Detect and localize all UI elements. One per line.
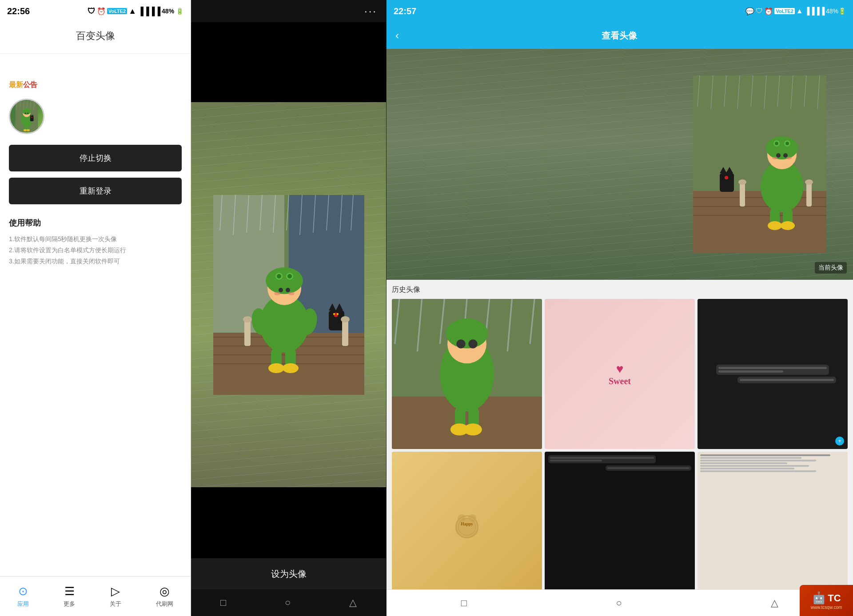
svg-point-115 <box>446 318 488 349</box>
svg-point-90 <box>772 157 777 159</box>
history-thumb-2[interactable]: ♥ Sweet <box>545 299 695 449</box>
alarm-icon-3: ⏰ <box>764 7 773 16</box>
current-avatar-label: 当前头像 <box>815 262 847 274</box>
rain-scene-3 <box>387 49 853 280</box>
bottom-nav-1: ⊙ 应用 ☰ 更多 ▷ 关于 ◎ 代刷网 <box>0 576 191 616</box>
current-avatar-section: 当前头像 <box>387 49 853 280</box>
panel-main-app: 22:56 🛡 ⏰ VoLTE2 ▲ ▐▐▐▐ 48% 🔋 百变头像 最新公告 <box>0 0 191 616</box>
status-icons-1: 🛡 ⏰ VoLTE2 ▲ ▐▐▐▐ 48% 🔋 <box>88 7 183 16</box>
thumb5-content: + <box>545 452 695 589</box>
svg-point-41 <box>266 267 303 294</box>
svg-point-60 <box>333 313 335 315</box>
avatar[interactable] <box>9 99 44 134</box>
wechat-icon-3: 💬 <box>745 7 754 16</box>
help-item-2: 2.请将软件设置为白名单模式方便长期运行 <box>9 245 182 256</box>
svg-point-46 <box>279 288 283 292</box>
history-thumb-1[interactable] <box>392 299 542 449</box>
wifi-icon-3: ▲ <box>796 7 803 15</box>
history-section: 历史头像 <box>387 280 853 589</box>
signal-icon-3: ▐▐▐▐ <box>805 7 825 15</box>
svg-point-14 <box>24 129 27 131</box>
main-content-1: 最新公告 <box>0 54 191 576</box>
panel-image-viewer: ··· <box>191 0 387 616</box>
svg-point-10 <box>25 112 26 114</box>
notice-text: 最新 <box>9 81 23 88</box>
svg-point-45 <box>287 274 292 278</box>
time-1: 22:56 <box>7 6 30 16</box>
svg-point-94 <box>768 221 782 230</box>
nav-item-more[interactable]: ☰ 更多 <box>64 584 75 608</box>
app-title: 百变头像 <box>0 22 191 54</box>
svg-point-47 <box>286 288 290 292</box>
battery-label-3: 48% <box>826 8 838 15</box>
history-thumb-3[interactable]: + <box>698 299 848 449</box>
app-icon: ⊙ <box>18 584 28 598</box>
set-avatar-button[interactable]: 设为头像 <box>271 568 307 580</box>
thumb3-content: + <box>698 299 848 449</box>
daishuwang-icon: ◎ <box>159 584 170 598</box>
nav-item-app[interactable]: ⊙ 应用 <box>17 584 29 608</box>
nav-item-daishuwang[interactable]: ◎ 代刷网 <box>156 584 173 608</box>
svg-rect-100 <box>740 182 745 207</box>
notice-red: 公告 <box>23 81 37 88</box>
help-title: 使用帮助 <box>9 218 182 228</box>
main-scene-svg <box>213 195 364 395</box>
p3-nav-circle[interactable]: ○ <box>616 597 622 609</box>
svg-rect-102 <box>806 182 812 207</box>
more-label: 更多 <box>64 600 75 608</box>
tc-sub: www.tcsqw.com <box>811 605 842 610</box>
svg-point-48 <box>274 292 280 295</box>
thumb1-svg <box>392 299 542 449</box>
panel-profile-viewer: 22:57 💬 🛡 ⏰ VoLTE2 ▲ ▐▐▐▐ 48%🔋 ‹ 查看头像 <box>387 0 853 616</box>
svg-point-88 <box>776 153 781 158</box>
history-thumb-4[interactable]: Happy <box>392 452 542 589</box>
p2-nav-square[interactable]: □ <box>220 597 226 608</box>
p3-nav-triangle[interactable]: △ <box>771 597 778 609</box>
svg-point-86 <box>775 142 778 145</box>
dots-menu[interactable]: ··· <box>364 5 377 17</box>
help-text: 1.软件默认每间隔5秒随机更换一次头像 2.请将软件设置为白名单模式方便长期运行… <box>9 234 182 267</box>
status-bar-1: 22:56 🛡 ⏰ VoLTE2 ▲ ▐▐▐▐ 48% 🔋 <box>0 0 191 22</box>
image-main <box>191 102 386 487</box>
signal-icon: ▐▐▐▐ <box>138 7 160 16</box>
nav-item-about[interactable]: ▷ 关于 <box>110 584 121 608</box>
svg-point-19 <box>32 117 32 118</box>
avatar-svg <box>11 101 42 132</box>
shield-icon-3: 🛡 <box>756 7 763 15</box>
panel2-bottom-nav: □ ○ △ <box>191 589 386 616</box>
tc-watermark: 🤖 TC www.tcsqw.com <box>800 585 853 616</box>
battery-3: 48%🔋 <box>826 8 846 15</box>
stop-switch-button[interactable]: 停止切换 <box>9 145 182 171</box>
tc-text: TC <box>828 592 841 604</box>
p2-nav-triangle[interactable]: △ <box>349 597 357 608</box>
profile-header: ‹ 查看头像 <box>387 22 853 49</box>
p2-nav-circle[interactable]: ○ <box>285 597 291 608</box>
happy-content: Happy <box>451 511 482 542</box>
daishuwang-label: 代刷网 <box>156 600 173 608</box>
battery-label-1: 48% <box>162 8 174 15</box>
svg-point-91 <box>786 157 792 159</box>
history-thumb-6[interactable] <box>698 452 848 589</box>
svg-point-65 <box>341 316 350 322</box>
set-avatar-bar[interactable]: 设为头像 <box>191 558 386 589</box>
svg-point-54 <box>268 363 284 373</box>
time-3: 22:57 <box>394 6 416 16</box>
svg-rect-62 <box>244 319 251 346</box>
alarm-icon: ⏰ <box>97 7 106 16</box>
svg-point-44 <box>277 274 281 278</box>
svg-point-89 <box>783 153 788 158</box>
svg-point-127 <box>458 518 476 536</box>
status-bar-3: 22:57 💬 🛡 ⏰ VoLTE2 ▲ ▐▐▐▐ 48%🔋 <box>387 0 853 22</box>
more-icon: ☰ <box>64 584 75 598</box>
sweet-text: ♥ <box>616 362 624 376</box>
relogin-button[interactable]: 重新登录 <box>9 178 182 204</box>
back-button[interactable]: ‹ <box>395 29 399 42</box>
help-item-1: 1.软件默认每间隔5秒随机更换一次头像 <box>9 234 182 245</box>
svg-point-116 <box>456 339 465 348</box>
help-item-3: 3.如果需要关闭功能，直接关闭软件即可 <box>9 256 182 267</box>
p3-nav-square[interactable]: □ <box>461 597 467 609</box>
history-thumb-5[interactable]: + <box>545 452 695 589</box>
svg-point-15 <box>27 129 30 131</box>
svg-point-121 <box>464 424 482 436</box>
wifi-icon: ▲ <box>128 7 136 16</box>
